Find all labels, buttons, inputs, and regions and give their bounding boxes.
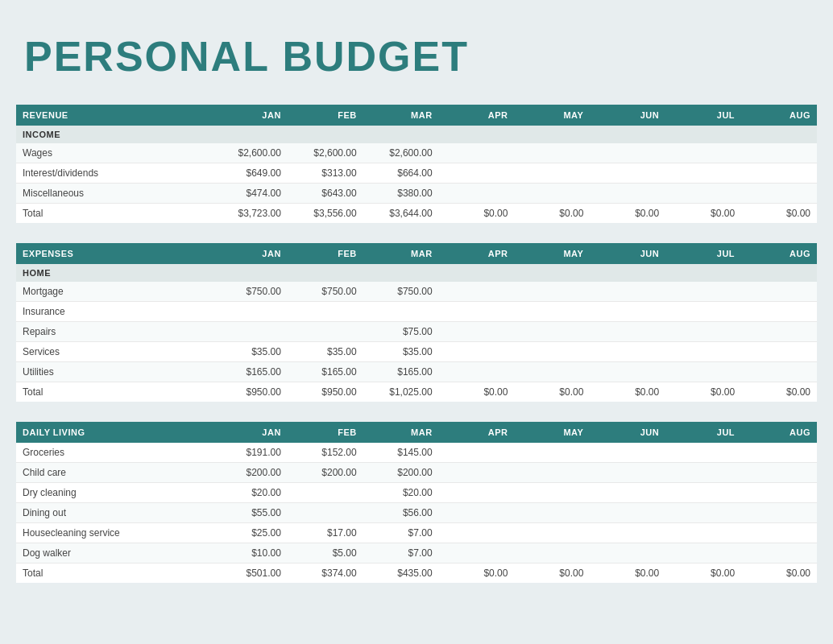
home-subheader: HOME — [16, 264, 817, 282]
daily-living-col-label: DAILY LIVING — [16, 422, 212, 443]
table-row: Child care $200.00 $200.00 $200.00 — [16, 463, 817, 483]
revenue-total-row: Total $3,723.00 $3,556.00 $3,644.00 $0.0… — [16, 204, 817, 224]
expenses-col-jul: JUL — [665, 243, 741, 264]
expenses-header-row: EXPENSES JAN FEB MAR APR MAY JUN JUL AUG — [16, 243, 817, 264]
table-row: Repairs $75.00 — [16, 322, 817, 342]
daily-living-col-jan: JAN — [212, 422, 288, 443]
table-row: Wages $2,600.00 $2,600.00 $2,600.00 — [16, 143, 817, 163]
revenue-col-may: MAY — [514, 105, 590, 126]
revenue-col-label: REVENUE — [16, 105, 212, 126]
table-row: Insurance — [16, 302, 817, 322]
expenses-col-mar: MAR — [363, 243, 439, 264]
table-row: Dog walker $10.00 $5.00 $7.00 — [16, 543, 817, 564]
daily-living-header-row: DAILY LIVING JAN FEB MAR APR MAY JUN JUL… — [16, 422, 817, 443]
table-row: Dry cleaning $20.00 $20.00 — [16, 483, 817, 503]
revenue-header-row: REVENUE JAN FEB MAR APR MAY JUN JUL AUG — [16, 105, 817, 126]
revenue-col-apr: APR — [439, 105, 515, 126]
income-subheader: INCOME — [16, 126, 817, 143]
revenue-col-jun: JUN — [590, 105, 665, 126]
revenue-col-aug: AUG — [741, 105, 817, 126]
table-row: Miscellaneous $474.00 $643.00 $380.00 — [16, 184, 817, 204]
revenue-col-jan: JAN — [212, 105, 288, 126]
revenue-col-jul: JUL — [665, 105, 741, 126]
daily-living-col-jun: JUN — [590, 422, 665, 443]
revenue-table: REVENUE JAN FEB MAR APR MAY JUN JUL AUG … — [16, 105, 817, 223]
page-title: PERSONAL BUDGET — [16, 16, 817, 105]
revenue-col-feb: FEB — [288, 105, 363, 126]
expenses-col-feb: FEB — [288, 243, 363, 264]
daily-living-col-jul: JUL — [665, 422, 741, 443]
table-row: Mortgage $750.00 $750.00 $750.00 — [16, 282, 817, 302]
table-row: Services $35.00 $35.00 $35.00 — [16, 342, 817, 362]
daily-living-col-mar: MAR — [363, 422, 439, 443]
table-row: Dining out $55.00 $56.00 — [16, 503, 817, 523]
expenses-col-apr: APR — [439, 243, 515, 264]
table-row: Interest/dividends $649.00 $313.00 $664.… — [16, 163, 817, 184]
expenses-col-label: EXPENSES — [16, 243, 212, 264]
expenses-col-aug: AUG — [741, 243, 817, 264]
expenses-col-jan: JAN — [212, 243, 288, 264]
table-row: Groceries $191.00 $152.00 $145.00 — [16, 443, 817, 463]
table-row: Housecleaning service $25.00 $17.00 $7.0… — [16, 523, 817, 543]
daily-living-total-row: Total $501.00 $374.00 $435.00 $0.00 $0.0… — [16, 564, 817, 584]
daily-living-table: DAILY LIVING JAN FEB MAR APR MAY JUN JUL… — [16, 422, 817, 583]
expenses-col-jun: JUN — [590, 243, 665, 264]
daily-living-col-feb: FEB — [288, 422, 363, 443]
daily-living-col-may: MAY — [514, 422, 590, 443]
revenue-col-mar: MAR — [363, 105, 439, 126]
expenses-col-may: MAY — [514, 243, 590, 264]
expenses-table: EXPENSES JAN FEB MAR APR MAY JUN JUL AUG… — [16, 243, 817, 402]
expenses-total-row: Total $950.00 $950.00 $1,025.00 $0.00 $0… — [16, 382, 817, 402]
table-row: Utilities $165.00 $165.00 $165.00 — [16, 362, 817, 382]
daily-living-col-apr: APR — [439, 422, 515, 443]
daily-living-col-aug: AUG — [741, 422, 817, 443]
